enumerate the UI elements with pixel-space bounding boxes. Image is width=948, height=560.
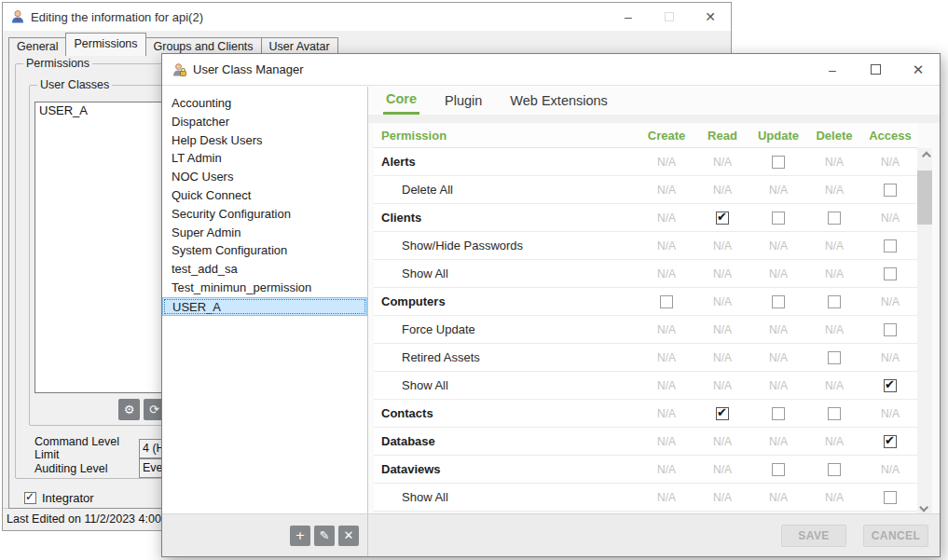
tab-core[interactable]: Core xyxy=(383,87,419,115)
tab-web-extensions[interactable]: Web Extensions xyxy=(507,89,611,114)
checkbox-unchecked[interactable] xyxy=(772,295,785,308)
permission-row: Retired AssetsN/AN/AN/AN/A xyxy=(374,344,918,372)
na-label: N/A xyxy=(769,379,788,392)
checkbox-unchecked[interactable] xyxy=(884,267,897,280)
class-list-footer: + ✎ ✕ xyxy=(162,513,367,556)
save-button[interactable]: SAVE xyxy=(781,525,846,547)
tab-plugin[interactable]: Plugin xyxy=(442,89,485,114)
permission-row: AlertsN/AN/AN/AN/A xyxy=(374,148,918,176)
permissions-group-label: Permissions xyxy=(23,57,92,70)
permission-cell: N/A xyxy=(750,239,806,253)
integrator-row: Integrator xyxy=(24,491,94,505)
checkbox-checked[interactable] xyxy=(716,407,729,420)
scroll-down-icon[interactable] xyxy=(917,499,932,514)
na-label: N/A xyxy=(713,379,732,392)
permission-cell xyxy=(862,239,918,253)
user-class-entry[interactable]: USER_A xyxy=(35,102,165,118)
permission-row: Show/Hide PasswordsN/AN/AN/AN/A xyxy=(374,232,918,260)
minimize-icon[interactable]: – xyxy=(608,3,649,31)
delete-icon[interactable]: ✕ xyxy=(338,526,359,546)
na-label: N/A xyxy=(657,323,676,336)
checkbox-checked[interactable] xyxy=(884,435,897,448)
maximize-icon[interactable] xyxy=(854,54,897,85)
na-label: N/A xyxy=(657,379,676,392)
permission-cell xyxy=(806,351,862,364)
user-class-item[interactable]: System Configuration xyxy=(162,241,367,260)
manager-titlebar: User Class Manager – ✕ xyxy=(162,54,940,86)
user-class-item[interactable]: NOC Users xyxy=(162,168,367,186)
gear-icon[interactable]: ⚙ xyxy=(118,399,140,420)
permission-cell: N/A xyxy=(862,407,918,420)
permission-cell: N/A xyxy=(806,379,862,392)
checkbox-unchecked[interactable] xyxy=(772,156,785,169)
permission-cell: N/A xyxy=(750,351,806,364)
checkbox-unchecked[interactable] xyxy=(828,351,841,364)
na-label: N/A xyxy=(713,267,732,280)
user-class-item[interactable]: Quick Connect xyxy=(162,186,367,205)
scrollbar-thumb[interactable] xyxy=(917,171,932,225)
close-icon[interactable]: ✕ xyxy=(897,54,940,85)
na-label: N/A xyxy=(825,491,844,504)
na-label: N/A xyxy=(657,435,676,448)
na-label: N/A xyxy=(657,407,676,420)
permission-cell: N/A xyxy=(750,491,806,504)
checkbox-unchecked[interactable] xyxy=(828,463,841,476)
user-classes-listbox[interactable]: USER_A xyxy=(34,102,166,393)
user-class-item[interactable]: Super Admin xyxy=(162,224,367,242)
checkbox-unchecked[interactable] xyxy=(884,239,897,253)
checkbox-unchecked[interactable] xyxy=(772,407,785,420)
user-class-item[interactable]: LT Admin xyxy=(162,149,367,168)
na-label: N/A xyxy=(881,212,900,225)
user-class-item[interactable]: Dispatcher xyxy=(162,113,367,131)
user-class-list[interactable]: AccountingDispatcherHelp Desk UsersLT Ad… xyxy=(162,87,367,513)
checkbox-unchecked[interactable] xyxy=(884,491,897,504)
permission-name: Dataviews xyxy=(374,462,639,476)
na-label: N/A xyxy=(769,435,788,448)
user-class-item[interactable]: Accounting xyxy=(162,94,367,113)
table-scrollbar[interactable] xyxy=(917,148,932,514)
checkbox-unchecked[interactable] xyxy=(660,295,673,308)
permission-row: DatabaseN/AN/AN/AN/A xyxy=(374,428,918,456)
checkbox-unchecked[interactable] xyxy=(828,407,841,420)
user-class-item[interactable]: USER_A xyxy=(162,297,367,316)
permission-cell xyxy=(750,212,806,225)
add-icon[interactable]: + xyxy=(290,526,310,546)
tab-permissions[interactable]: Permissions xyxy=(65,33,145,56)
edit-icon[interactable]: ✎ xyxy=(314,526,335,546)
checkbox-checked[interactable] xyxy=(884,379,897,392)
permission-cell: N/A xyxy=(639,379,694,392)
checkbox-unchecked[interactable] xyxy=(828,295,841,308)
user-classes-group-label: User Classes xyxy=(37,78,112,91)
tab-general[interactable]: General xyxy=(8,37,66,56)
na-label: N/A xyxy=(825,239,844,253)
permission-cell: N/A xyxy=(806,184,862,197)
na-label: N/A xyxy=(825,323,844,336)
permissions-panel: Core Plugin Web Extensions Permission Cr… xyxy=(368,87,940,556)
maximize-icon xyxy=(649,3,690,31)
user-class-item[interactable]: Help Desk Users xyxy=(162,131,367,150)
user-class-item[interactable]: Security Configuration xyxy=(162,205,367,224)
permission-cell xyxy=(694,212,750,225)
checkbox-unchecked[interactable] xyxy=(772,212,785,225)
scroll-up-icon[interactable] xyxy=(917,148,932,163)
checkbox-unchecked[interactable] xyxy=(828,212,841,225)
editor-window-controls: – ✕ xyxy=(608,3,731,31)
permission-name: Force Update xyxy=(374,322,639,336)
minimize-icon[interactable]: – xyxy=(811,54,854,85)
panel-divider xyxy=(367,87,368,556)
permission-cell xyxy=(862,379,918,392)
checkbox-checked[interactable] xyxy=(716,212,729,225)
user-class-item[interactable]: test_add_sa xyxy=(162,260,367,279)
na-label: N/A xyxy=(713,295,732,308)
cancel-button[interactable]: CANCEL xyxy=(863,525,928,547)
permission-cell: N/A xyxy=(694,435,750,448)
checkbox-unchecked[interactable] xyxy=(772,463,785,476)
close-icon[interactable]: ✕ xyxy=(690,3,731,31)
auditing-level-label: Auditing Level xyxy=(34,462,139,475)
permission-cell: N/A xyxy=(694,379,750,392)
integrator-checkbox[interactable] xyxy=(24,492,36,504)
permissions-table: Permission Create Read Update Delete Acc… xyxy=(374,123,918,512)
checkbox-unchecked[interactable] xyxy=(884,184,897,197)
checkbox-unchecked[interactable] xyxy=(884,323,897,336)
user-class-item[interactable]: Test_minimun_permission xyxy=(162,279,367,297)
